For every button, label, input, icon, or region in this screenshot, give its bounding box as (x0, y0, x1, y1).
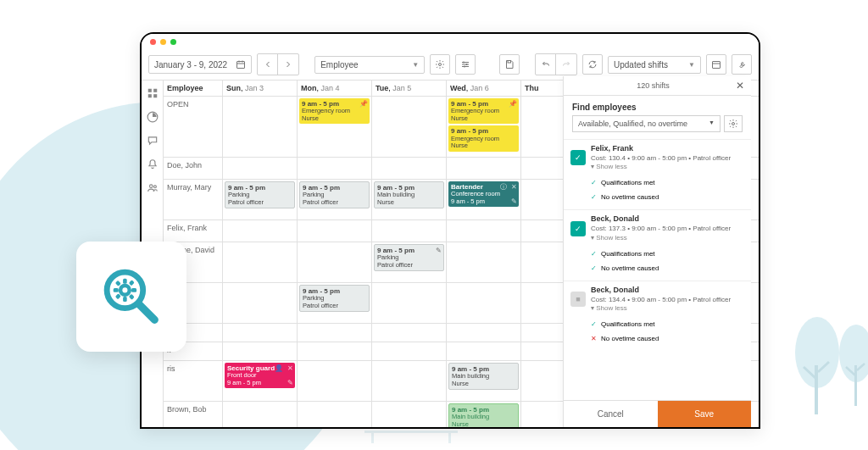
date-range-picker[interactable]: January 3 - 9, 2022 (148, 55, 252, 74)
svg-rect-37 (123, 297, 127, 302)
nav-week-group (257, 53, 299, 75)
window-minimize-icon[interactable] (160, 39, 166, 45)
chat-icon[interactable] (147, 135, 159, 147)
svg-rect-28 (147, 94, 151, 97)
employee-candidate[interactable]: ✓ Felix, Frank Cost: 130.4 • 9:00 am - 5… (564, 139, 751, 209)
row-label-doe: Doe, John (164, 158, 223, 179)
filter-button[interactable] (455, 54, 476, 75)
cancel-button[interactable]: Cancel (564, 401, 658, 427)
candidate-meta: Cost: 134.4 • 9:00 am - 5:00 pm • Patrol… (591, 296, 731, 303)
tools-button[interactable] (732, 54, 752, 75)
qual-met-label: Qualifications met (601, 179, 655, 186)
checkmark-icon: ✓ (591, 193, 597, 201)
reports-icon[interactable] (147, 111, 159, 123)
panel-close-button[interactable]: ✕ (736, 80, 744, 92)
qual-met-label: Qualifications met (601, 250, 655, 258)
no-ot-label: No ovetime caused (601, 264, 659, 272)
candidate-check-off[interactable]: ■ (570, 292, 586, 307)
shift-ris-wed[interactable]: 9 am - 5 pmMain buildingNurse (448, 363, 519, 390)
checkmark-icon: ✓ (591, 250, 597, 258)
refresh-button[interactable] (582, 54, 603, 75)
app-window: January 3 - 9, 2022 Employee ▼ (140, 32, 760, 429)
shift-murray-mon[interactable]: 9 am - 5 pmParkingPatrol officer (299, 181, 370, 208)
svg-point-30 (149, 185, 153, 188)
window-close-icon[interactable] (150, 39, 156, 45)
no-ot-label: No ovetime caused (601, 193, 659, 201)
svg-rect-1 (815, 365, 818, 414)
no-ot-label: No ovetime caused (601, 335, 659, 342)
shift-brown-wed[interactable]: 9 am - 5 pmMain buildingNurse (448, 403, 519, 429)
svg-rect-40 (115, 281, 121, 286)
svg-rect-36 (123, 279, 127, 284)
shift-murray-sun[interactable]: 9 am - 5 pmParkingPatrol officer (225, 181, 295, 208)
svg-rect-12 (237, 62, 245, 69)
grid-icon[interactable] (147, 87, 159, 99)
grouping-select[interactable]: Employee ▼ (314, 56, 425, 74)
tree-decoration-2 (837, 323, 868, 408)
window-titlebar (142, 34, 759, 49)
shift-murray-wed[interactable]: BartenderConference room9 am - 5 pm ⓘ ✕ … (448, 181, 519, 207)
person-icon: 👤 (275, 364, 283, 372)
shift-unnamed-mon[interactable]: 9 am - 5 pmParkingPatrol officer (299, 285, 370, 312)
edit-icon[interactable]: ✎ (511, 197, 517, 205)
close-icon[interactable]: ✕ (511, 183, 517, 191)
bell-icon[interactable] (147, 158, 159, 170)
candidate-check-on[interactable]: ✓ (570, 221, 586, 236)
candidate-check-on[interactable]: ✓ (570, 150, 586, 165)
column-header-employee: Employee (164, 81, 223, 96)
edit-icon[interactable]: ✎ (436, 247, 442, 254)
svg-rect-26 (147, 89, 151, 92)
extra-calendar-button[interactable] (706, 54, 726, 75)
svg-point-31 (153, 186, 156, 188)
candidate-meta: Cost: 130.4 • 9:00 am - 5:00 pm • Patrol… (591, 154, 731, 162)
row-label-open: OPEN (164, 97, 223, 157)
svg-rect-41 (129, 294, 135, 300)
row-label-ris: ris (164, 361, 223, 401)
shift-open-wed-1[interactable]: 9 am - 5 pmEmergency roomNurse 📌 (448, 98, 519, 124)
employee-candidate[interactable]: ✓ Beck, Donald Cost: 137.3 • 9:00 am - 5… (564, 209, 751, 280)
panel-filter-settings[interactable] (724, 115, 743, 132)
redo-button[interactable] (556, 54, 576, 75)
find-employees-panel: 120 shifts ✕ Find employees Available, Q… (563, 76, 751, 427)
show-less-toggle[interactable]: ▾ Show less (591, 234, 627, 242)
panel-count: 120 shifts (637, 81, 670, 90)
calendar-small-icon (711, 59, 721, 69)
shift-murray-tue[interactable]: 9 am - 5 pmMain buildingNurse (374, 181, 444, 208)
x-icon: ✕ (591, 335, 597, 342)
save-button[interactable]: Save (658, 401, 752, 427)
undo-button[interactable] (536, 54, 556, 75)
employee-list: ✓ Felix, Frank Cost: 130.4 • 9:00 am - 5… (564, 139, 751, 400)
shift-proline-tue[interactable]: 9 am - 5 pmParkingPatrol officer ✎ (374, 244, 444, 271)
shift-filter-select[interactable]: Updated shifts ▼ (608, 56, 701, 74)
candidate-name: Felix, Frank (591, 144, 633, 153)
undo-redo-group (535, 53, 577, 75)
prev-week-button[interactable] (258, 54, 278, 75)
qual-met-label: Qualifications met (601, 320, 655, 328)
gear-icon (435, 59, 445, 69)
shift-open-wed-2[interactable]: 9 am - 5 pmEmergency roomNurse (448, 125, 519, 151)
svg-rect-38 (114, 288, 119, 292)
show-less-toggle[interactable]: ▾ Show less (591, 304, 627, 312)
svg-rect-10 (371, 433, 374, 443)
close-icon[interactable]: ✕ (287, 364, 293, 372)
settings-button[interactable] (430, 54, 450, 75)
panel-title: Find employees (564, 96, 751, 115)
column-header-tue: Tue, Jan 5 (372, 81, 447, 96)
window-maximize-icon[interactable] (170, 39, 176, 45)
panel-filter-select[interactable]: Available, Qualified, no overtime ▼ (572, 115, 721, 132)
edit-icon[interactable]: ✎ (287, 379, 293, 386)
wrench-icon (737, 59, 747, 69)
svg-rect-39 (131, 288, 136, 292)
svg-rect-29 (153, 94, 157, 97)
people-icon[interactable] (147, 182, 159, 194)
grouping-select-label: Employee (320, 60, 358, 69)
svg-point-44 (122, 287, 127, 292)
employee-candidate[interactable]: ■ Beck, Donald Cost: 134.4 • 9:00 am - 5… (564, 281, 751, 351)
save-toolbar-button[interactable] (499, 54, 520, 75)
show-less-toggle[interactable]: ▾ Show less (591, 163, 627, 170)
checkmark-icon: ✓ (591, 264, 597, 272)
next-week-button[interactable] (278, 54, 298, 75)
svg-line-34 (139, 304, 154, 319)
shift-open-mon[interactable]: 9 am - 5 pmEmergency roomNurse 📌 (299, 98, 370, 124)
shift-ris-sun[interactable]: Security guardFront door9 am - 5 pm 👤 ✕ … (225, 363, 295, 388)
